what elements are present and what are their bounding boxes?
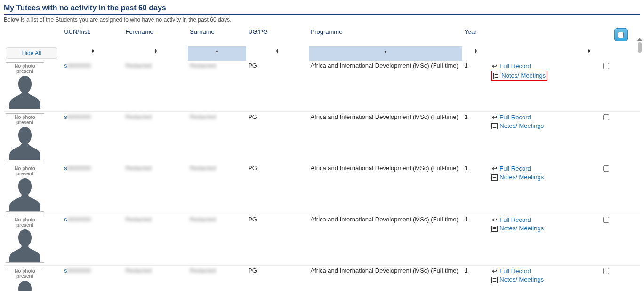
surname-redacted: Redacted <box>190 267 216 274</box>
sort-surname-icon[interactable] <box>215 49 219 54</box>
open-icon <box>491 216 498 224</box>
programme-cell: Africa and International Development (MS… <box>309 266 463 291</box>
ugpg-cell: PG <box>246 112 308 163</box>
silhouette-icon <box>8 174 41 211</box>
full-record-link[interactable]: Full Record <box>491 113 575 122</box>
sort-uun-icon[interactable] <box>91 48 95 54</box>
notes-meetings-label: Notes/ Meetings <box>501 72 546 79</box>
ugpg-cell: PG <box>246 61 308 112</box>
col-select-all <box>601 27 640 46</box>
forename-redacted: Redacted <box>125 62 152 69</box>
notes-meetings-link[interactable]: Notes/ Meetings <box>493 71 546 80</box>
col-surname[interactable]: Surname <box>188 27 246 46</box>
forename-redacted: Redacted <box>125 267 152 274</box>
notes-icon <box>491 122 498 130</box>
uun-link[interactable]: s0000000 <box>64 113 91 120</box>
year-cell: 1 <box>462 266 489 291</box>
forename-redacted: Redacted <box>125 165 152 172</box>
forename-redacted: Redacted <box>125 113 152 120</box>
silhouette-icon <box>8 277 41 291</box>
scroll-thumb[interactable] <box>638 42 642 53</box>
uun-redacted: 0000000 <box>67 62 91 69</box>
page-subtitle: Below is a list of the Students you are … <box>4 16 640 23</box>
year-cell: 1 <box>462 112 489 163</box>
scroll-up-icon[interactable] <box>637 38 642 41</box>
photo-placeholder: No photo present <box>6 62 44 109</box>
scrollbar[interactable] <box>636 38 643 282</box>
notes-icon <box>491 224 498 233</box>
notes-meetings-link[interactable]: Notes/ Meetings <box>491 275 575 284</box>
row-checkbox[interactable] <box>603 268 609 274</box>
sort-forename-icon[interactable] <box>154 48 157 54</box>
row-checkbox[interactable] <box>603 217 609 223</box>
sort-ugpg-icon[interactable] <box>276 48 279 54</box>
photo-placeholder: No photo present <box>6 113 44 160</box>
uun-link[interactable]: s0000000 <box>64 216 91 223</box>
photo-placeholder: No photo present <box>6 165 44 212</box>
table-row: No photo present s0000000 Redacted Redac… <box>4 163 640 214</box>
uun-redacted: 0000000 <box>67 267 91 274</box>
uun-link[interactable]: s0000000 <box>64 165 91 172</box>
uun-redacted: 0000000 <box>67 113 91 120</box>
full-record-label: Full Record <box>499 114 531 121</box>
col-year[interactable]: Year <box>462 27 489 46</box>
programme-cell: Africa and International Development (MS… <box>309 61 463 112</box>
full-record-link[interactable]: Full Record <box>491 216 575 224</box>
col-forename[interactable]: Forename <box>123 27 188 46</box>
uun-text: s <box>64 62 67 69</box>
full-record-link[interactable]: Full Record <box>491 62 575 71</box>
open-icon <box>491 267 498 275</box>
uun-redacted: 0000000 <box>67 216 91 223</box>
sort-year-icon[interactable] <box>474 48 477 54</box>
uun-text: s <box>64 267 67 274</box>
notes-meetings-label: Notes/ Meetings <box>499 225 544 232</box>
table-row: No photo present s0000000 Redacted Redac… <box>4 112 640 163</box>
uun-text: s <box>64 113 67 120</box>
surname-redacted: Redacted <box>190 216 216 223</box>
col-extra <box>577 27 601 46</box>
year-cell: 1 <box>462 214 489 266</box>
silhouette-icon <box>8 72 41 109</box>
notes-meetings-link[interactable]: Notes/ Meetings <box>491 224 575 233</box>
row-checkbox[interactable] <box>603 165 609 172</box>
full-record-label: Full Record <box>499 267 531 275</box>
full-record-link[interactable]: Full Record <box>491 165 575 173</box>
notes-icon <box>491 275 498 284</box>
select-all-button[interactable] <box>614 28 628 41</box>
sort-programme-icon[interactable] <box>384 49 387 54</box>
programme-cell: Africa and International Development (MS… <box>309 112 463 163</box>
year-cell: 1 <box>462 163 489 214</box>
hide-all-button[interactable]: Hide All <box>6 47 57 59</box>
uun-redacted: 0000000 <box>67 165 91 172</box>
col-programme[interactable]: Programme <box>309 27 463 46</box>
full-record-link[interactable]: Full Record <box>491 267 575 275</box>
programme-cell: Africa and International Development (MS… <box>309 214 463 266</box>
uun-link[interactable]: s0000000 <box>64 267 91 274</box>
ugpg-cell: PG <box>246 214 308 266</box>
col-ugpg[interactable]: UG/PG <box>246 27 308 46</box>
row-checkbox[interactable] <box>603 63 609 69</box>
ugpg-cell: PG <box>246 266 308 291</box>
uun-text: s <box>64 165 67 172</box>
col-uun[interactable]: UUN/Inst. <box>62 27 123 46</box>
uun-link[interactable]: s0000000 <box>64 62 91 69</box>
sort-extra-icon[interactable] <box>588 48 591 54</box>
full-record-label: Full Record <box>499 63 531 70</box>
ugpg-cell: PG <box>246 163 308 214</box>
table-row: No photo present s0000000 Redacted Redac… <box>4 214 640 266</box>
open-icon <box>491 62 498 71</box>
forename-redacted: Redacted <box>125 216 152 223</box>
full-record-label: Full Record <box>499 165 531 172</box>
photo-placeholder: No photo present <box>6 216 44 263</box>
notes-icon <box>491 173 498 181</box>
silhouette-icon <box>8 123 41 160</box>
select-all-checkbox[interactable] <box>618 32 624 38</box>
notes-meetings-label: Notes/ Meetings <box>499 173 544 181</box>
col-actions <box>489 27 577 46</box>
silhouette-icon <box>8 226 41 262</box>
row-checkbox[interactable] <box>603 114 609 120</box>
notes-meetings-label: Notes/ Meetings <box>499 276 544 283</box>
notes-meetings-link[interactable]: Notes/ Meetings <box>491 173 575 181</box>
notes-meetings-label: Notes/ Meetings <box>499 122 544 129</box>
notes-meetings-link[interactable]: Notes/ Meetings <box>491 122 575 130</box>
